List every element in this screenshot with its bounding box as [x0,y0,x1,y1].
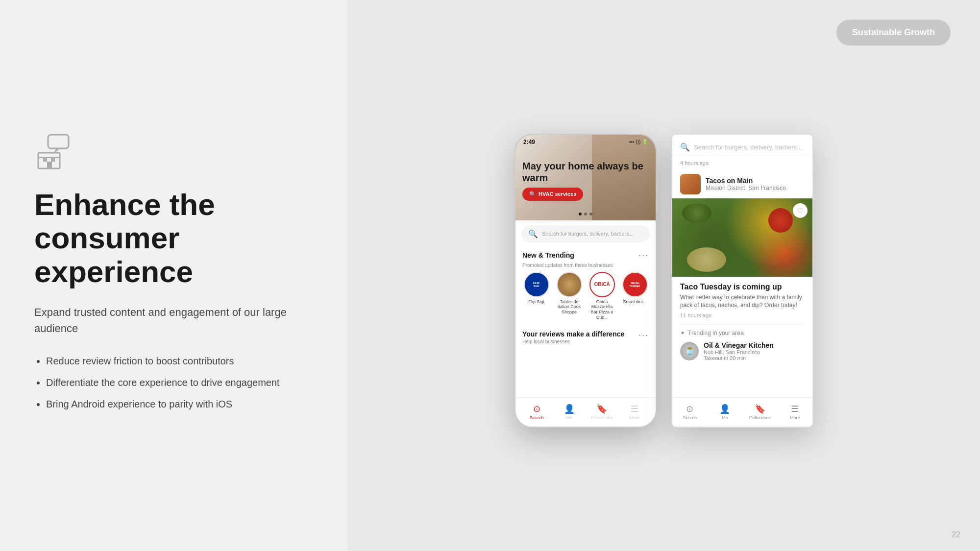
p1-reviews-sub: Help local businesses [522,339,624,344]
p1-nav-search-label: Search [530,415,544,420]
p1-dot-2 [584,213,587,216]
p2-promo-section: Taco Tuesday is coming up What better wa… [672,277,812,325]
p2-hero-image: ♡ [672,198,812,277]
p2-nav-search[interactable]: ⊙ Search [672,404,708,420]
p2-oil-avatar: 🫙 [680,342,699,360]
p1-flipsigi-name: Flip Sigi [528,299,544,305]
p1-carousel-dots [579,213,592,216]
svg-rect-0 [48,135,69,148]
left-panel: Enhance the consumer experience Expand t… [0,0,348,551]
p1-nav-more[interactable]: ☰ More [618,404,651,420]
p1-obica-name: Obicà Mozzarella Bar Pizza e Cuc... [588,299,616,320]
p1-nav-me-label: Me [566,415,572,420]
p1-search-bar[interactable]: 🔍 Search for burgers, delivery, barbers.… [521,225,650,242]
p1-reviews-more-icon[interactable]: ··· [638,330,649,340]
phones-container: 2:49 ▪▪▪ ))) 🔋 May your home always be w… [514,134,813,428]
p2-nav-me[interactable]: 👤 Me [708,404,743,420]
page-number: 22 [952,530,960,539]
p2-biz-location: Mission District, San Francisco [706,185,805,192]
p2-nav-more-icon: ☰ [791,404,799,414]
p2-nav-me-label: Me [722,415,728,420]
p1-more-icon[interactable]: ··· [638,250,649,261]
p1-biz-smash[interactable]: SMASHBURGER Smashbur... [621,272,649,320]
svg-rect-5 [47,162,52,168]
p1-nav-search-icon: ⊙ [533,404,540,414]
p1-smash-name: Smashbur... [623,299,646,305]
p1-nav-more-icon: ☰ [631,404,638,414]
p1-search-icon: 🔍 [528,229,538,239]
p2-nav-me-icon: 👤 [719,404,730,414]
p1-nav-search[interactable]: ⊙ Search [520,404,553,420]
p2-nav-collections[interactable]: 🔖 Collections [742,404,778,420]
p2-oil-location: Nob Hill, San Francisco [704,349,774,355]
bullet-list: Reduce review friction to boost contribu… [34,354,314,419]
p1-hero-section: 2:49 ▪▪▪ ))) 🔋 May your home always be w… [515,135,656,220]
p1-nav-me-icon: 👤 [564,404,575,414]
p1-nav-collections[interactable]: 🔖 Collections [586,404,618,420]
p1-dot-1 [579,213,582,216]
p1-biz-obica[interactable]: OBICÀ Obicà Mozzarella Bar Pizza e Cuc..… [588,272,616,320]
p2-nav-search-label: Search [683,415,697,420]
icon-container [34,132,314,173]
p2-trending-icon: ✦ [680,330,685,336]
p2-biz-row[interactable]: Tacos on Main Mission District, San Fran… [672,170,812,198]
p2-search-placeholder: Search for burgers, delivery, barbers... [694,144,802,151]
svg-rect-4 [51,158,55,162]
p2-oil-row[interactable]: 🫙 Oil & Vinegar Kitchen Nob Hill, San Fr… [672,338,812,364]
sustainable-growth-button[interactable]: Sustainable Growth [836,20,951,46]
p1-time: 2:49 [523,139,535,145]
sub-text: Expand trusted content and engagement of… [34,304,314,336]
p1-nav-more-label: More [629,415,639,420]
building-icon [34,132,74,171]
p2-search-icon: 🔍 [680,143,690,152]
bullet-item-3: Bring Android experience to parity with … [46,397,314,411]
p2-biz-info: Tacos on Main Mission District, San Fran… [706,177,805,192]
p2-nav-search-icon: ⊙ [686,404,693,414]
p1-tableside-logo [557,272,582,297]
bullet-item-2: Differentiate the core experience to dri… [46,376,314,389]
p1-biz-flipsigi[interactable]: FLIPSIGI Flip Sigi [522,272,550,320]
p1-nav-me[interactable]: 👤 Me [553,404,586,420]
p1-new-trending-title: New & Trending [522,251,574,259]
p2-timestamp: 4 hours ago [672,156,812,170]
p1-hvac-button[interactable]: 🔍 HVAC services [522,188,583,201]
p2-trending-header: ✦ Trending in your area [672,325,812,338]
p2-promo-time: 11 hours ago [680,312,805,318]
p2-promo-text: What better way to celebrate than with a… [680,293,805,310]
bullet-item-1: Reduce review friction to boost contribu… [46,354,314,368]
p1-reviews-title: Your reviews make a difference [522,330,624,338]
p2-oil-name: Oil & Vinegar Kitchen [704,341,774,349]
p1-search-placeholder: Search for burgers, delivery, barbers... [542,231,634,237]
p1-obica-logo: OBICÀ [589,272,615,297]
p2-nav-collections-icon: 🔖 [755,404,765,414]
p2-search-bar[interactable]: 🔍 Search for burgers, delivery, barbers.… [672,135,812,156]
p2-nav-more[interactable]: ☰ More [778,404,813,420]
p1-section-header: New & Trending ··· [522,250,649,261]
svg-rect-3 [43,158,47,162]
p2-oil-info: Oil & Vinegar Kitchen Nob Hill, San Fran… [704,341,774,361]
p1-hvac-search-icon: 🔍 [529,191,536,197]
p1-biz-tableside[interactable]: Tableside Italian Cook Shoppe [555,272,583,320]
p1-status-bar: 2:49 ▪▪▪ ))) 🔋 [515,135,656,147]
p1-smash-logo: SMASHBURGER [622,272,648,297]
p1-new-trending-section: New & Trending ··· Promoted updates from… [515,247,656,323]
p2-biz-name: Tacos on Main [706,177,805,185]
p1-tableside-name: Tableside Italian Cook Shoppe [555,299,583,315]
p2-nav-more-label: More [790,415,800,420]
p1-nav-collections-icon: 🔖 [596,404,607,414]
p2-heart-button[interactable]: ♡ [793,203,808,218]
p1-flipsigi-logo: FLIPSIGI [524,272,549,297]
p2-trending-label: Trending in your area [688,330,744,336]
p1-section-subtitle: Promoted updates from these businesses [522,263,649,268]
p1-nav-collections-label: Collections [591,415,612,420]
p1-hero-text: May your home always be warm 🔍 HVAC serv… [522,160,656,201]
phone-2-mockup: 🔍 Search for burgers, delivery, barbers.… [671,134,813,428]
p1-signal-icons: ▪▪▪ ))) 🔋 [629,139,648,144]
p2-oil-time: Takeout in 20 min [704,355,774,361]
p1-businesses-row: FLIPSIGI Flip Sigi Tableside Italian Coo… [522,272,649,320]
p2-biz-logo [680,174,701,194]
p1-reviews-section: Your reviews make a difference Help loca… [515,325,656,350]
p2-bottom-nav: ⊙ Search 👤 Me 🔖 Collections ☰ More [672,397,812,427]
p1-hvac-label: HVAC services [539,191,576,197]
phone-1-mockup: 2:49 ▪▪▪ ))) 🔋 May your home always be w… [514,134,657,428]
